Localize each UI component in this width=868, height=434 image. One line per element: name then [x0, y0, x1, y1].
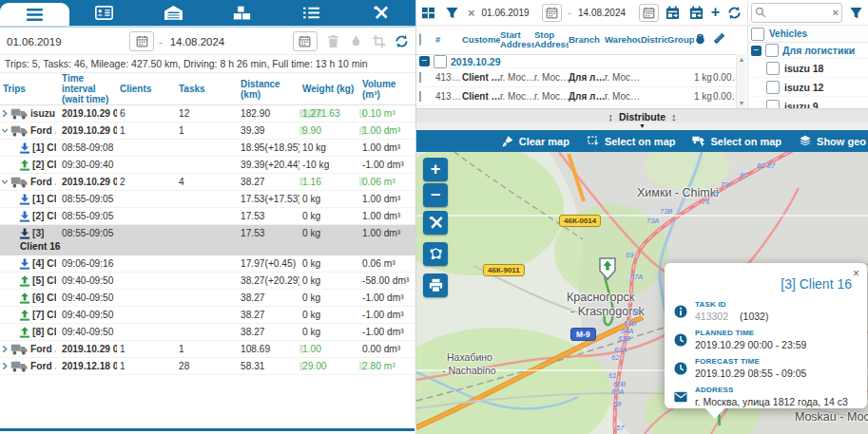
column-header[interactable]: Tasks — [176, 84, 238, 94]
tasks-group-row[interactable]: − 2019.10.29 — [416, 55, 746, 68]
close-icon[interactable]: × — [853, 268, 859, 279]
print-button[interactable] — [423, 274, 448, 297]
table-row[interactable]: [2] Cl…08:55-09:0517.530 kg1.00 dm³ — [0, 208, 415, 225]
column-header[interactable]: # — [435, 35, 462, 45]
table-row[interactable]: isuzu …2019.10.29 07…612182.901,271.630.… — [0, 105, 415, 123]
column-header[interactable]: Distance (km) — [238, 79, 299, 100]
row-checkbox[interactable] — [419, 72, 421, 83]
column-header[interactable]: Volume (m³) — [359, 79, 415, 100]
scroll-up-icon[interactable]: ▲ — [738, 56, 745, 63]
column-header[interactable] — [713, 32, 737, 47]
zoom-out-button[interactable]: − — [423, 183, 448, 207]
chevron-down-icon[interactable] — [1, 178, 9, 186]
vehicles-group-row[interactable]: − Для логистики — [748, 43, 868, 59]
calendar-import-icon[interactable] — [663, 3, 683, 22]
refresh-icon[interactable] — [724, 3, 744, 22]
filter-icon[interactable] — [846, 3, 866, 22]
table-row[interactable]: Ford …2019.10.29 06…11108.691.000.00 dm³ — [0, 341, 415, 358]
collapse-group-icon[interactable]: − — [751, 46, 762, 56]
table-row[interactable]: Ford …2019.10.29 08…1139.399.901.00 dm³ — [0, 123, 415, 140]
collapse-group-icon[interactable]: − — [419, 56, 430, 66]
zoom-in-button[interactable]: + — [423, 158, 448, 181]
table-row[interactable]: [8] Cl…09:40-09:5038.270 kg-1.00 dm³ — [0, 324, 415, 341]
search-input[interactable]: × — [751, 3, 842, 23]
clear-filter-icon[interactable]: × — [466, 6, 477, 20]
calendar-icon[interactable] — [542, 4, 562, 22]
flame-icon[interactable] — [346, 32, 366, 51]
table-row[interactable]: [7] Cl…09:40-09:5038.270 kg-1.00 dm³ — [0, 307, 415, 324]
filter-icon[interactable] — [442, 3, 462, 22]
refresh-icon[interactable] — [392, 32, 412, 51]
table-row[interactable]: Ford …2019.12.18 08…12858.3129.002.80 m³ — [0, 358, 415, 375]
calendar-icon[interactable] — [639, 4, 659, 22]
trash-icon[interactable] — [323, 32, 343, 51]
map-toolbar-button-1[interactable]: Clear map — [492, 135, 578, 147]
pickup-marker[interactable] — [598, 256, 617, 281]
date-to-input[interactable]: 14.08.2024 — [167, 36, 290, 47]
column-header[interactable]: Clients — [117, 84, 176, 94]
task-row[interactable]: 413…Client …г. Мос…г. Мос…Для л…г. Мос…1… — [416, 68, 746, 87]
select-all-checkbox[interactable] — [419, 33, 421, 46]
add-task-button[interactable]: + — [710, 4, 721, 21]
column-header[interactable]: Customer — [462, 35, 500, 45]
map-toolbar-button-3[interactable]: Select on map — [684, 135, 790, 147]
table-row[interactable]: [6] Cl…09:40-09:5038.270 kg-1.00 dm³ — [0, 290, 415, 307]
table-row[interactable]: [3]08:55-09:0517.530 kg1.00 dm³ — [0, 225, 415, 241]
chevron-right-icon[interactable] — [1, 362, 9, 370]
clear-search-icon[interactable]: × — [833, 7, 839, 18]
column-header[interactable] — [694, 32, 713, 47]
tab-settings[interactable] — [346, 0, 415, 26]
select-all-checkbox[interactable] — [751, 28, 764, 41]
map-canvas[interactable]: Химки - ChimkiКрасногорск- KrasnogorskНа… — [416, 152, 868, 434]
selected-row[interactable]: [3]08:55-09:0517.530 kg1.00 dm³Client 16 — [0, 225, 415, 255]
crop-icon[interactable] — [369, 32, 389, 51]
group-checkbox[interactable] — [765, 44, 779, 57]
group-checkbox[interactable] — [434, 55, 447, 68]
polygon-select-button[interactable] — [423, 242, 448, 266]
horizontal-scrollbar[interactable] — [0, 428, 415, 431]
task-row[interactable]: 413…Client …г. Мос…г. Мос…Для л…г. Мос…1… — [416, 87, 746, 106]
row-checkbox[interactable] — [419, 91, 421, 102]
column-header[interactable]: Weight (kg) — [299, 84, 359, 94]
table-row[interactable]: Ford …2019.10.29 08…2438.271.160.06 m³ — [0, 174, 415, 191]
table-row[interactable]: [1] Cl…08:58-09:0818.95(+18.95)10 kg1.00… — [0, 140, 415, 157]
scroll-down-icon[interactable]: ▼ — [738, 100, 745, 106]
date-from-input[interactable]: 01.06.2019 — [4, 36, 126, 47]
table-row[interactable]: [1] Cl…08:55-09:0517.53(+17.53)0 kg1.00 … — [0, 191, 415, 208]
chevron-down-icon[interactable] — [1, 126, 9, 135]
date-from-input[interactable]: 01.06.2019 — [481, 8, 539, 18]
tab-trips[interactable] — [0, 3, 69, 26]
tab-warehouses[interactable] — [139, 0, 208, 26]
column-header[interactable]: Stop Address — [534, 30, 569, 50]
distribute-button[interactable]: ↕ Distribute ↕ — [416, 108, 868, 123]
column-header[interactable]: Branch — [569, 35, 605, 45]
vehicle-checkbox[interactable] — [766, 62, 780, 75]
calendar-icon[interactable] — [293, 31, 318, 51]
calendar-icon[interactable] — [129, 31, 154, 51]
vehicle-list-item[interactable]: isuzu 12 — [748, 78, 868, 97]
tab-clients[interactable] — [69, 0, 139, 26]
collapse-panel-handle[interactable]: ▼ — [416, 123, 868, 130]
table-row[interactable]: [2] Cl…09:30-09:4039.39(+20.44)-10 kg-1.… — [0, 157, 415, 174]
vehicle-checkbox[interactable] — [766, 81, 780, 94]
map-toolbar-button-4[interactable]: Show geo — [790, 135, 868, 147]
chevron-right-icon[interactable] — [1, 109, 9, 118]
tab-task-list[interactable] — [277, 0, 346, 26]
column-header[interactable]: District — [641, 35, 667, 45]
grid-icon[interactable] — [418, 3, 438, 22]
route-tools-button[interactable] — [423, 211, 448, 235]
column-header[interactable]: Start Address — [500, 30, 534, 50]
vertical-scrollbar[interactable]: ▲ ▼ — [736, 54, 746, 108]
tab-cargo[interactable] — [207, 0, 277, 26]
date-to-input[interactable]: 14.08.2024 — [577, 8, 635, 18]
map-toolbar-button-2[interactable]: Select on map — [578, 135, 685, 147]
column-header[interactable]: Warehou — [605, 35, 641, 45]
table-row[interactable]: [5] Cl…09:40-09:5038.27(+20.29)0 kg-58.0… — [0, 273, 415, 290]
table-row[interactable]: [4] Cl…09:06-09:1617.97(+0.45)0 kg0.06 m… — [0, 255, 415, 273]
chevron-right-icon[interactable] — [1, 345, 9, 353]
column-header[interactable]: Time interval (wait time) — [59, 73, 117, 104]
column-header[interactable]: Trips — [0, 84, 59, 94]
calendar-import-icon[interactable] — [686, 3, 706, 22]
vehicle-list-item[interactable]: isuzu 18 — [748, 59, 868, 78]
column-header[interactable]: Group — [667, 35, 694, 45]
